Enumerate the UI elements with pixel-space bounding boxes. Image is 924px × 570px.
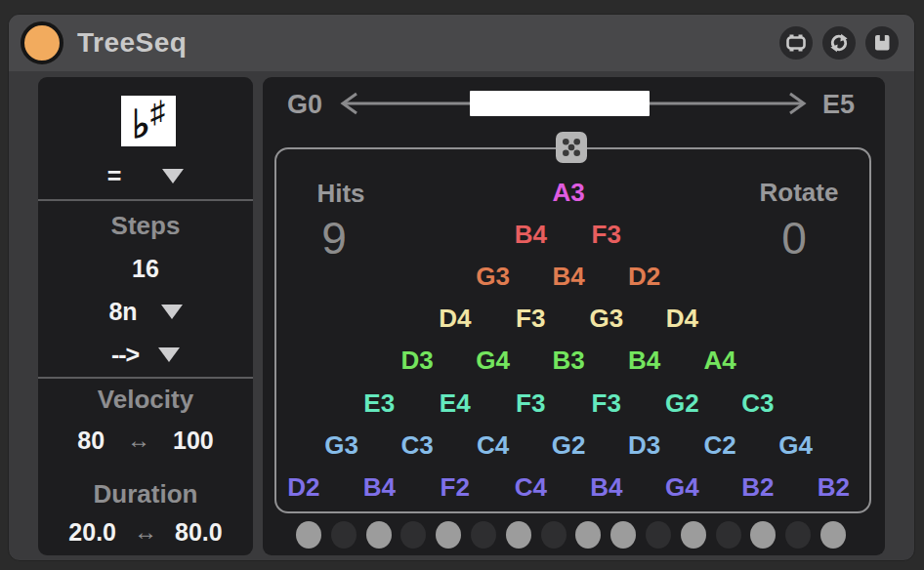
- step-dot: [646, 521, 671, 549]
- step-dot: [610, 521, 636, 549]
- dice-five-icon: [556, 132, 587, 163]
- mode-dropdown[interactable]: =: [38, 161, 253, 190]
- sync-icon: [822, 26, 856, 60]
- flat-icon: ♭: [132, 102, 150, 146]
- step-dot: [716, 521, 741, 549]
- sync-button[interactable]: [822, 26, 856, 60]
- save-icon: [865, 26, 899, 60]
- chevron-down-icon: [162, 169, 184, 183]
- left-right-arrow-icon: ↔: [127, 427, 150, 454]
- divider: [38, 199, 253, 201]
- rate-value: 8n: [108, 298, 137, 326]
- step-dot: [296, 521, 321, 549]
- chevron-down-icon: [158, 347, 180, 362]
- screen: TreeSeq: [0, 0, 924, 570]
- step-dot: [366, 521, 392, 549]
- velocity-low-field[interactable]: 80: [77, 427, 105, 455]
- window-frame-icon: [779, 26, 813, 60]
- steps-count-field[interactable]: 16: [38, 254, 253, 283]
- duration-label: Duration: [38, 479, 253, 509]
- save-button[interactable]: [865, 26, 899, 60]
- steps-label: Steps: [38, 211, 253, 240]
- step-dot: [681, 521, 706, 549]
- duration-low-field[interactable]: 20.0: [68, 518, 116, 547]
- step-dot: [506, 521, 531, 549]
- window-frame-button[interactable]: [779, 26, 813, 60]
- device-title: TreeSeq: [77, 27, 187, 59]
- step-dot: [750, 521, 776, 549]
- titlebar: TreeSeq: [9, 15, 914, 71]
- step-dot: [331, 521, 357, 549]
- accidental-button[interactable]: ♭ ♯: [121, 96, 176, 146]
- direction-value: -->: [111, 341, 139, 369]
- rate-dropdown[interactable]: 8n: [38, 297, 253, 326]
- step-dot: [541, 521, 567, 549]
- dice-button[interactable]: [556, 132, 587, 163]
- divider: [38, 377, 253, 379]
- step-dot: [785, 521, 811, 549]
- step-dot: [575, 521, 601, 549]
- controls-panel: ♭ ♯ = Steps 16 8n --> Velocity 80 ↔: [38, 77, 253, 555]
- duration-range-row: 20.0 ↔ 80.0: [38, 517, 253, 547]
- mode-value: =: [107, 162, 122, 190]
- chevron-down-icon: [161, 305, 183, 319]
- step-dot: [400, 521, 426, 549]
- step-dot: [820, 521, 846, 549]
- treeseq-device: TreeSeq: [8, 14, 915, 561]
- device-activity-led[interactable]: [21, 21, 63, 64]
- sharp-icon: ♯: [150, 95, 166, 130]
- velocity-label: Velocity: [38, 385, 253, 414]
- left-right-arrow-icon: ↔: [134, 518, 157, 546]
- step-dot: [471, 521, 496, 549]
- velocity-range-row: 80 ↔ 100: [38, 426, 253, 455]
- velocity-high-field[interactable]: 100: [173, 427, 214, 455]
- duration-high-field[interactable]: 80.0: [175, 518, 223, 547]
- direction-dropdown[interactable]: -->: [38, 340, 253, 369]
- titlebar-buttons: [779, 26, 914, 60]
- sequencer-panel: G0 E5 Hits 9 Rotate 0 A3B4F3G3B4D2D4F3G3…: [263, 77, 885, 555]
- step-dot: [436, 521, 461, 549]
